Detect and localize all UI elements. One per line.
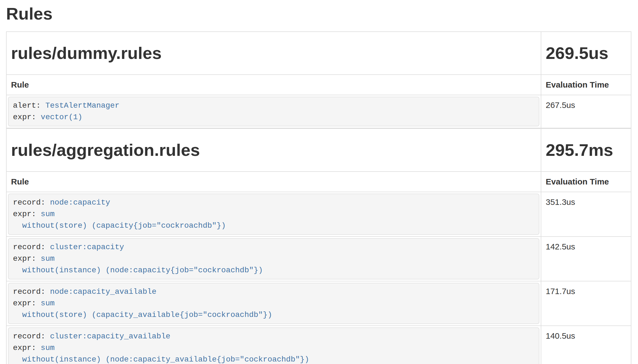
rule-keyword: expr: bbox=[13, 210, 41, 218]
rule-expr-link[interactable]: without(instance) (node:capacity_availab… bbox=[13, 355, 309, 364]
rule-evaluation-time: 267.5us bbox=[541, 95, 631, 128]
rule-keyword: expr: bbox=[13, 344, 41, 352]
rule-group-evaluation-time: 269.5us bbox=[546, 44, 626, 63]
rule-cell: alert: TestAlertManager expr: vector(1) bbox=[6, 95, 541, 128]
column-header-row: Rule Evaluation Time bbox=[6, 172, 631, 192]
column-header-row: Rule Evaluation Time bbox=[6, 75, 631, 95]
rule-keyword: record: bbox=[13, 243, 50, 251]
rule-group-file-cell: rules/dummy.rules bbox=[6, 32, 541, 75]
rule-evaluation-time: 171.7us bbox=[541, 281, 631, 326]
rule-evaluation-time: 351.3us bbox=[541, 192, 631, 237]
rule-cell: record: node:capacity expr: sum without(… bbox=[6, 192, 541, 237]
rule-row: record: cluster:capacity_available expr:… bbox=[6, 326, 631, 364]
rule-cell: record: cluster:capacity_available expr:… bbox=[6, 326, 541, 364]
rule-row: record: node:capacity expr: sum without(… bbox=[6, 192, 631, 237]
rule-name-link[interactable]: TestAlertManager bbox=[45, 101, 120, 110]
rule-expr-link[interactable]: without(instance) (node:capacity{job="co… bbox=[13, 266, 263, 275]
rule-cell: record: cluster:capacity expr: sum witho… bbox=[6, 237, 541, 281]
rule-expr-link[interactable]: without(store) (capacity_available{job="… bbox=[13, 311, 272, 319]
rule-group-evaluation-time-cell: 295.7ms bbox=[541, 129, 631, 172]
rule-row: record: node:capacity_available expr: su… bbox=[6, 281, 631, 326]
rule-name-link[interactable]: cluster:capacity bbox=[50, 243, 124, 251]
rule-group-evaluation-time: 295.7ms bbox=[546, 141, 626, 159]
rule-row: record: cluster:capacity expr: sum witho… bbox=[6, 237, 631, 281]
rule-code: alert: TestAlertManager expr: vector(1) bbox=[8, 97, 539, 126]
rule-column-header: Rule bbox=[6, 75, 541, 95]
rule-expr-link[interactable]: sum bbox=[41, 254, 55, 263]
evaluation-time-column-header: Evaluation Time bbox=[541, 172, 631, 192]
rule-cell: record: node:capacity_available expr: su… bbox=[6, 281, 541, 326]
rule-expr-link[interactable]: sum bbox=[41, 344, 55, 352]
rule-group-table: rules/dummy.rules 269.5us Rule Evaluatio… bbox=[6, 31, 631, 128]
rule-expr-link[interactable]: vector(1) bbox=[41, 113, 82, 121]
rule-group-table: rules/aggregation.rules 295.7ms Rule Eva… bbox=[6, 128, 631, 364]
evaluation-time-column-header: Evaluation Time bbox=[541, 75, 631, 95]
rule-keyword: expr: bbox=[13, 254, 41, 263]
rule-keyword: alert: bbox=[13, 101, 45, 110]
rule-groups: rules/dummy.rules 269.5us Rule Evaluatio… bbox=[6, 31, 631, 364]
rule-group-header-row: rules/aggregation.rules 295.7ms bbox=[6, 129, 631, 172]
rule-group-file: rules/aggregation.rules bbox=[11, 141, 536, 159]
rule-code: record: node:capacity_available expr: su… bbox=[8, 283, 539, 324]
rule-group-file-cell: rules/aggregation.rules bbox=[6, 129, 541, 172]
rule-code: record: cluster:capacity_available expr:… bbox=[8, 327, 539, 364]
rule-keyword: expr: bbox=[13, 113, 41, 121]
rule-keyword: record: bbox=[13, 332, 50, 341]
rule-expr-link[interactable]: without(store) (capacity{job="cockroachd… bbox=[13, 221, 226, 230]
rule-expr-link[interactable]: sum bbox=[41, 210, 55, 218]
rule-keyword: expr: bbox=[13, 299, 41, 308]
rule-group-header-row: rules/dummy.rules 269.5us bbox=[6, 32, 631, 75]
rules-page: { "page": { "title": "Rules" }, "colors"… bbox=[0, 0, 638, 364]
rule-name-link[interactable]: node:capacity bbox=[50, 198, 110, 207]
rule-group-evaluation-time-cell: 269.5us bbox=[541, 32, 631, 75]
rule-evaluation-time: 140.5us bbox=[541, 326, 631, 364]
rule-name-link[interactable]: cluster:capacity_available bbox=[50, 332, 170, 341]
rule-row: alert: TestAlertManager expr: vector(1)2… bbox=[6, 95, 631, 128]
rule-keyword: record: bbox=[13, 198, 50, 207]
rule-expr-link[interactable]: sum bbox=[41, 299, 55, 308]
rule-evaluation-time: 142.5us bbox=[541, 237, 631, 281]
rule-keyword: record: bbox=[13, 287, 50, 296]
rule-group-file: rules/dummy.rules bbox=[11, 44, 536, 63]
rule-column-header: Rule bbox=[6, 172, 541, 192]
rule-code: record: cluster:capacity expr: sum witho… bbox=[8, 238, 539, 279]
page-title: Rules bbox=[6, 4, 631, 23]
rule-code: record: node:capacity expr: sum without(… bbox=[8, 194, 539, 235]
rule-name-link[interactable]: node:capacity_available bbox=[50, 287, 156, 296]
